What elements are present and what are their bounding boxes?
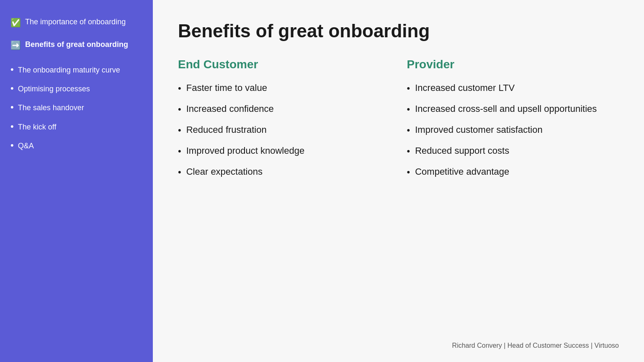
sidebar-item-label: The sales handover [18, 103, 84, 113]
end-customer-list: Faster time to value Increased confidenc… [178, 82, 390, 178]
list-item: Clear expectations [178, 165, 390, 179]
list-item-text: Increased cross-sell and upsell opportun… [415, 103, 597, 116]
list-item: Increased cross-sell and upsell opportun… [407, 103, 619, 116]
sidebar-item-importance[interactable]: ✅ The importance of onboarding [10, 13, 142, 32]
list-item-text: Reduced frustration [186, 124, 267, 137]
list-item-text: Clear expectations [186, 165, 263, 178]
bullet-icon: • [10, 83, 14, 94]
sidebar-item-optimising[interactable]: • Optimising processes [10, 80, 142, 98]
list-item-text: Competitive advantage [415, 165, 509, 178]
list-item: Reduced support costs [407, 145, 619, 158]
sidebar-item-label: The kick off [18, 122, 57, 132]
list-item: Improved product knowledge [178, 145, 390, 158]
sidebar-item-benefits[interactable]: ➡️ Benefits of great onboarding [10, 35, 142, 54]
list-item: Faster time to value [178, 82, 390, 95]
main-content: Benefits of great onboarding End Custome… [153, 0, 644, 362]
arrow-icon: ➡️ [10, 40, 21, 50]
bullet-icon: • [10, 64, 14, 75]
list-item: Improved customer satisfaction [407, 124, 619, 137]
page-title: Benefits of great onboarding [178, 21, 619, 41]
list-item: Increased confidence [178, 103, 390, 116]
end-customer-heading: End Customer [178, 58, 390, 71]
sidebar-item-maturity[interactable]: • The onboarding maturity curve [10, 61, 142, 80]
bullet-icon: • [10, 140, 14, 151]
sidebar-item-kickoff[interactable]: • The kick off [10, 118, 142, 137]
sidebar-item-label: Benefits of great onboarding [25, 39, 128, 50]
list-item: Increased customer LTV [407, 82, 619, 95]
list-item-text: Increased customer LTV [415, 82, 515, 95]
list-item-text: Improved customer satisfaction [415, 124, 542, 137]
sidebar-item-handover[interactable]: • The sales handover [10, 98, 142, 117]
checkmark-icon: ✅ [10, 18, 21, 28]
sidebar-item-label: Optimising processes [18, 84, 90, 94]
bullet-icon: • [10, 102, 14, 113]
list-item-text: Increased confidence [186, 103, 274, 116]
sidebar-item-label: The importance of onboarding [25, 17, 126, 27]
sidebar-item-label: Q&A [18, 141, 34, 151]
sidebar-item-label: The onboarding maturity curve [18, 65, 120, 75]
footer-text: Richard Convery | Head of Customer Succe… [452, 342, 619, 349]
list-item: Competitive advantage [407, 165, 619, 179]
end-customer-column: End Customer Faster time to value Increa… [178, 58, 390, 345]
list-item-text: Improved product knowledge [186, 145, 305, 158]
provider-heading: Provider [407, 58, 619, 71]
list-item-text: Faster time to value [186, 82, 267, 95]
provider-column: Provider Increased customer LTV Increase… [407, 58, 619, 345]
bullet-icon: • [10, 121, 14, 132]
list-item: Reduced frustration [178, 124, 390, 137]
sidebar: ✅ The importance of onboarding ➡️ Benefi… [0, 0, 153, 362]
provider-list: Increased customer LTV Increased cross-s… [407, 82, 619, 178]
columns-container: End Customer Faster time to value Increa… [178, 58, 619, 345]
sidebar-item-qa[interactable]: • Q&A [10, 137, 142, 155]
list-item-text: Reduced support costs [415, 145, 509, 158]
